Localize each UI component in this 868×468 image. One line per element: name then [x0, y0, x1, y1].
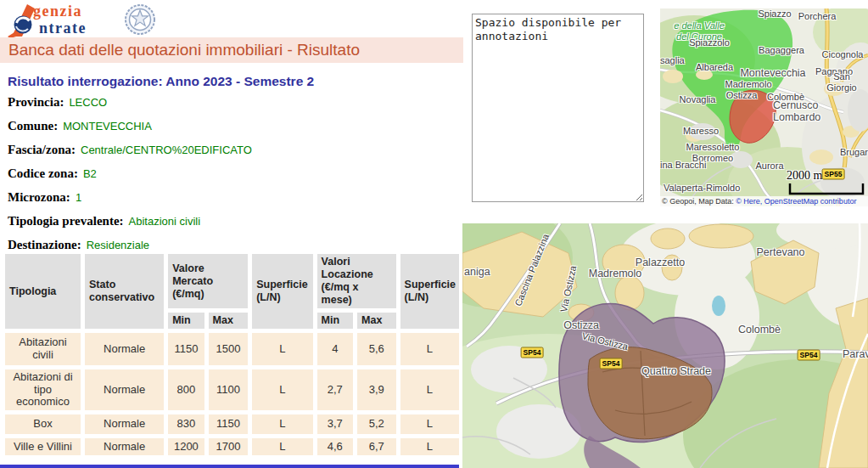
- result-heading: Risultato interrogazione: Anno 2023 - Se…: [8, 74, 314, 89]
- map-label: Ostizza: [563, 319, 599, 331]
- map-label-montevecchia: Montevecchia: [740, 67, 805, 79]
- field-value: MONTEVECCHIA: [63, 120, 152, 133]
- cell-vl-max: 3,9: [357, 369, 396, 410]
- map-label: Ostizza: [726, 90, 758, 101]
- cell-stato: Normale: [85, 414, 164, 434]
- col-header-max-mercato: Max: [209, 313, 249, 329]
- detail-map[interactable]: aniga Cascina Palazzina Via Ostizza Madr…: [462, 223, 868, 468]
- table-row: Abitazioni civili Normale 1150 1500 L 4 …: [5, 333, 459, 365]
- field-label: Codice zona:: [8, 166, 78, 180]
- cell-vl-max: 5,6: [357, 333, 396, 365]
- map-label: Novaglia: [680, 94, 716, 105]
- quotazioni-table: Tipologia Stato conservativo Valore Merc…: [1, 250, 463, 460]
- cell-superficie-2: L: [400, 414, 459, 434]
- map-label: Porchera: [798, 11, 837, 22]
- attribution-links[interactable]: © Here, OpenStreetMap contributor: [736, 197, 856, 206]
- result-fields: Provincia:LECCO Comune:MONTEVECCHIA Fasc…: [8, 94, 252, 261]
- page-title: Banca dati delle quotazioni immobiliari …: [8, 41, 360, 59]
- map-label: Pertevano: [757, 246, 805, 258]
- map-label: Maresso: [683, 126, 719, 137]
- cell-stato: Normale: [85, 438, 164, 455]
- field-comune: Comune:MONTEVECCHIA: [8, 118, 252, 133]
- field-label: Microzona:: [8, 190, 70, 204]
- map-label: Valaperta-Rimoldo: [664, 183, 740, 194]
- italy-emblem-icon: [126, 5, 154, 34]
- map-label: San Giorgio: [826, 71, 856, 93]
- logo-text-ntrate: ntrate: [39, 20, 87, 37]
- map-label: Madremolo: [725, 79, 771, 90]
- field-fascia-zona: Fascia/zona:Centrale/CENTRO%20EDIFICATO: [8, 142, 252, 156]
- cell-vm-min: 830: [168, 414, 204, 434]
- col-header-valori-locazione: Valori Locazione (€/mq x mese): [317, 254, 396, 308]
- cell-tipologia: Ville e Villini: [5, 438, 81, 455]
- cell-tipologia: Abitazioni civili: [5, 333, 81, 365]
- cell-stato: Normale: [85, 369, 164, 410]
- page: genzia ntrate Banca dati delle quotazion…: [0, 0, 868, 468]
- logo-a-mark: [8, 4, 35, 38]
- field-provincia: Provincia:LECCO: [8, 94, 252, 109]
- map-label: Albareda: [696, 62, 733, 73]
- road-badge-sp54: SP54: [600, 358, 623, 369]
- logo-text-genzia: genzia: [33, 3, 82, 20]
- cell-vm-max: 1100: [209, 369, 249, 410]
- map-label: Cicognola: [822, 49, 864, 60]
- field-label: Fascia/zona:: [8, 143, 76, 156]
- cell-tipologia: Box: [5, 414, 81, 434]
- map-attribution: © Geopoi, Map Data: © Here, OpenStreetMa…: [660, 196, 868, 206]
- map-label: aniga: [464, 266, 490, 278]
- field-value: Abitazioni civili: [129, 215, 201, 228]
- map-label: Palazzetto: [636, 257, 685, 268]
- field-label: Comune:: [8, 119, 58, 133]
- col-header-superficie-1: Superficie (L/N): [252, 254, 312, 329]
- cell-vm-min: 800: [168, 369, 204, 410]
- map-label: Brugar: [840, 147, 868, 158]
- map-label: Aurora: [755, 161, 783, 172]
- overview-map[interactable]: e della Valle del Curone Spiazzo Porcher…: [660, 8, 868, 206]
- table-row: Ville e Villini Normale 1200 1700 L 4,6 …: [5, 438, 459, 455]
- field-value: Centrale/CENTRO%20EDIFICATO: [81, 144, 252, 156]
- col-header-min-mercato: Min: [168, 313, 204, 329]
- field-value: LECCO: [69, 96, 107, 109]
- col-header-tipologia: Tipologia: [5, 254, 81, 329]
- field-codice-zona: Codice zona:B2: [8, 166, 252, 180]
- field-value: 1: [76, 191, 81, 204]
- cell-vl-min: 4,6: [317, 438, 353, 455]
- cell-superficie-1: L: [252, 333, 312, 365]
- map-label-cernusco: Cernusco Lombardo: [773, 99, 868, 124]
- map-label: Spiazzolo: [689, 37, 730, 48]
- annotations-textarea[interactable]: Spazio disponibile per annotazioni: [472, 14, 644, 202]
- cell-vm-min: 1150: [168, 333, 204, 365]
- cell-superficie-2: L: [400, 438, 459, 455]
- cell-superficie-1: L: [252, 369, 312, 410]
- cell-vm-max: 1500: [209, 333, 249, 365]
- cell-superficie-1: L: [252, 414, 312, 434]
- map-label: Spiazzo: [758, 8, 791, 19]
- table-row: Box Normale 830 1150 L 3,7 5,2 L: [5, 414, 459, 434]
- cell-vl-min: 2,7: [317, 369, 353, 410]
- cell-vl-min: 4: [317, 333, 353, 365]
- field-label: Provincia:: [8, 95, 64, 109]
- col-header-min-locazione: Min: [317, 313, 353, 329]
- footer-bar: [0, 465, 459, 468]
- field-tipologia-prevalente: Tipologia prevalente:Abitazioni civili: [8, 213, 252, 228]
- cell-vl-max: 5,2: [357, 414, 396, 434]
- col-header-stato: Stato conservativo: [85, 254, 164, 329]
- field-label: Tipologia prevalente:: [8, 214, 124, 228]
- map-label: Bagaggera: [759, 45, 804, 56]
- agenzia-entrate-logo-graphic: genzia ntrate: [5, 1, 158, 38]
- cell-vm-min: 1200: [168, 438, 204, 455]
- cell-vl-min: 3,7: [317, 414, 353, 434]
- col-header-superficie-2: Superficie (L/N): [400, 254, 459, 329]
- cell-vl-max: 6,7: [357, 438, 396, 455]
- road-badge-sp54: SP54: [521, 347, 544, 358]
- agenzia-entrate-logo: genzia ntrate: [5, 1, 158, 38]
- field-value: B2: [83, 167, 97, 180]
- col-header-valore-mercato: Valore Mercato (€/mq): [168, 254, 248, 308]
- map-label: saglia: [660, 55, 685, 66]
- road-badge-sp54: SP54: [798, 350, 820, 361]
- cell-superficie-2: L: [400, 333, 459, 365]
- map-label: Colombè: [738, 324, 781, 335]
- cell-vm-max: 1700: [209, 438, 249, 455]
- map-label: Parav: [843, 348, 868, 360]
- page-title-bar: Banca dati delle quotazioni immobiliari …: [0, 37, 463, 63]
